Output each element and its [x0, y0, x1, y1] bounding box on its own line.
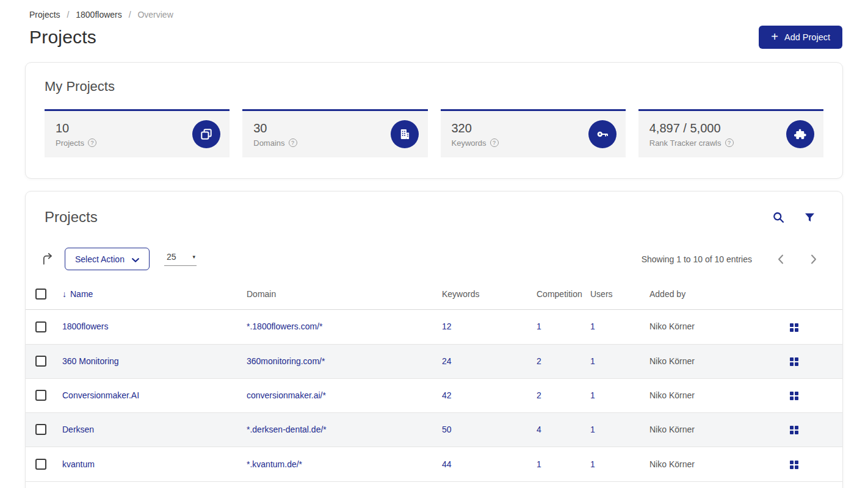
- add-project-label: Add Project: [784, 32, 830, 42]
- search-icon[interactable]: [772, 211, 785, 224]
- my-projects-card: My Projects 10 Projects ? 30 Dom: [25, 62, 843, 179]
- project-domain-link[interactable]: *.kvantum.de/*: [247, 459, 302, 469]
- table-row[interactable]: Derksen *.derksen-dental.de/* 50 4 1 Nik…: [26, 413, 842, 447]
- caret-down-icon: ▾: [192, 254, 195, 260]
- breadcrumb-separator: /: [129, 10, 131, 20]
- row-checkbox[interactable]: [35, 321, 46, 332]
- projects-label: Projects: [56, 138, 84, 148]
- project-domain-link[interactable]: 360monitoring.com/*: [247, 356, 325, 366]
- chevron-down-icon: [132, 254, 139, 264]
- column-header-added-by[interactable]: Added by: [649, 282, 746, 310]
- table-row[interactable]: 1800flowers *.1800flowers.com/* 12 1 1 N…: [26, 310, 842, 344]
- keywords-value[interactable]: 24: [442, 356, 452, 366]
- help-icon[interactable]: ?: [88, 138, 96, 147]
- projects-stack-icon: [192, 120, 220, 148]
- project-name-link[interactable]: Conversionmaker.AI: [62, 390, 139, 400]
- stat-tile-projects: 10 Projects ?: [45, 109, 230, 157]
- added-by-value: Niko Körner: [649, 310, 746, 344]
- apps-grid-icon[interactable]: [790, 461, 798, 469]
- project-domain-link[interactable]: *.derksen-dental.de/*: [247, 425, 327, 434]
- project-domain-link[interactable]: conversionmaker.ai/*: [247, 390, 326, 400]
- crawls-count: 4,897 / 5,000: [649, 121, 734, 135]
- project-name-link[interactable]: Derksen: [62, 425, 94, 434]
- competition-value[interactable]: 2: [537, 390, 541, 400]
- table-row[interactable]: kvantum *.kvantum.de/* 44 1 1 Niko Körne…: [26, 447, 842, 481]
- stat-tile-domains: 30 Domains ?: [242, 109, 427, 157]
- added-by-value: Niko Körner: [649, 413, 746, 447]
- projects-count: 10: [56, 121, 96, 135]
- keywords-label: Keywords: [452, 138, 486, 148]
- page-title: Projects: [29, 27, 96, 48]
- building-icon: [391, 120, 419, 148]
- select-all-checkbox[interactable]: [35, 289, 46, 300]
- keywords-value[interactable]: 50: [442, 425, 452, 434]
- keywords-value[interactable]: 42: [442, 390, 452, 400]
- users-value[interactable]: 1: [590, 459, 595, 469]
- next-page-button[interactable]: [809, 253, 818, 265]
- stat-tile-crawls: 4,897 / 5,000 Rank Tracker crawls ?: [638, 109, 823, 157]
- prev-page-button[interactable]: [776, 253, 785, 265]
- apps-grid-icon[interactable]: [790, 323, 798, 332]
- project-domain-link[interactable]: *.1800flowers.com/*: [247, 321, 323, 331]
- keywords-count: 320: [452, 121, 499, 135]
- competition-value[interactable]: 1: [537, 321, 541, 331]
- competition-value[interactable]: 4: [537, 425, 541, 434]
- projects-table: ↓Name Domain Keywords Competition Users …: [26, 282, 842, 482]
- competition-value[interactable]: 1: [537, 459, 541, 469]
- help-icon[interactable]: ?: [725, 138, 734, 147]
- filter-icon[interactable]: [804, 212, 816, 223]
- users-value[interactable]: 1: [590, 390, 595, 400]
- pagination-status: Showing 1 to 10 of 10 entries: [642, 254, 752, 264]
- key-icon: [588, 120, 617, 148]
- page-size-select[interactable]: 25 ▾: [164, 252, 197, 266]
- row-checkbox[interactable]: [35, 424, 46, 435]
- users-value[interactable]: 1: [590, 356, 595, 366]
- column-header-actions: [746, 282, 842, 310]
- competition-value[interactable]: 2: [537, 356, 541, 366]
- users-value[interactable]: 1: [590, 321, 595, 331]
- column-header-name[interactable]: Name: [70, 289, 93, 299]
- sort-desc-icon[interactable]: ↓: [62, 289, 67, 299]
- project-name-link[interactable]: 1800flowers: [62, 321, 109, 331]
- project-name-link[interactable]: kvantum: [62, 459, 95, 469]
- column-header-keywords[interactable]: Keywords: [442, 282, 537, 310]
- projects-card: Projects Select Action: [25, 191, 843, 488]
- row-checkbox[interactable]: [35, 390, 46, 401]
- added-by-value: Niko Körner: [649, 344, 746, 378]
- page-size-value: 25: [167, 252, 176, 262]
- breadcrumb-separator: /: [67, 10, 69, 20]
- export-icon[interactable]: [41, 253, 54, 265]
- stat-tile-keywords: 320 Keywords ?: [441, 109, 626, 157]
- help-icon[interactable]: ?: [289, 138, 297, 147]
- row-checkbox[interactable]: [35, 459, 46, 470]
- table-row[interactable]: Conversionmaker.AI conversionmaker.ai/* …: [26, 378, 842, 412]
- keywords-value[interactable]: 44: [442, 459, 452, 469]
- add-project-button[interactable]: + Add Project: [759, 26, 842, 49]
- row-checkbox[interactable]: [35, 356, 46, 367]
- apps-grid-icon[interactable]: [790, 426, 798, 434]
- column-header-domain[interactable]: Domain: [247, 282, 442, 310]
- breadcrumb-overview: Overview: [137, 10, 173, 20]
- table-row[interactable]: 360 Monitoring 360monitoring.com/* 24 2 …: [26, 344, 842, 378]
- breadcrumb-1800flowers[interactable]: 1800flowers: [76, 10, 122, 20]
- help-icon[interactable]: ?: [490, 138, 499, 147]
- plus-icon: +: [771, 30, 778, 43]
- breadcrumb: Projects / 1800flowers / Overview: [29, 10, 842, 20]
- users-value[interactable]: 1: [590, 425, 595, 434]
- projects-section-title: Projects: [45, 209, 98, 226]
- breadcrumb-projects[interactable]: Projects: [29, 10, 60, 20]
- crawls-label: Rank Tracker crawls: [649, 138, 722, 148]
- column-header-users[interactable]: Users: [590, 282, 649, 310]
- keywords-value[interactable]: 12: [442, 321, 452, 331]
- added-by-value: Niko Körner: [649, 447, 746, 481]
- domains-label: Domains: [253, 138, 284, 148]
- select-action-dropdown[interactable]: Select Action: [65, 248, 150, 270]
- top-header: Projects / 1800flowers / Overview Projec…: [0, 0, 868, 49]
- puzzle-icon: [786, 120, 814, 148]
- column-header-competition[interactable]: Competition: [537, 282, 590, 310]
- apps-grid-icon[interactable]: [790, 392, 798, 400]
- added-by-value: Niko Körner: [649, 378, 746, 412]
- select-action-label: Select Action: [75, 254, 125, 264]
- apps-grid-icon[interactable]: [790, 357, 798, 366]
- project-name-link[interactable]: 360 Monitoring: [62, 356, 119, 366]
